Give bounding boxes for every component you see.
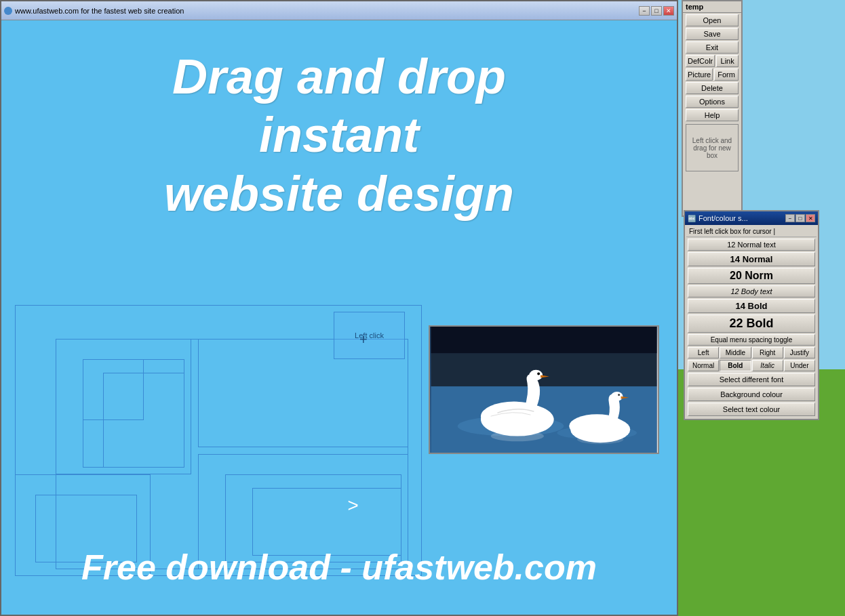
style-14-bold-button[interactable]: 14 Bold bbox=[688, 299, 815, 313]
style-14-normal-button[interactable]: 14 Normal bbox=[688, 252, 815, 266]
panel-hint: Left click and drag for new box bbox=[686, 124, 739, 171]
font-panel-minimize-button[interactable]: − bbox=[785, 214, 795, 222]
font-panel-close-button[interactable]: ✕ bbox=[806, 214, 815, 222]
align-middle-button[interactable]: Middle bbox=[720, 347, 751, 358]
blueprint-box-6[interactable] bbox=[103, 373, 184, 468]
browser-titlebar: www.ufastweb.com for the fastest web sit… bbox=[1, 1, 677, 20]
picture-form-row: Picture Form bbox=[686, 68, 739, 81]
font-icon: 🔤 bbox=[688, 215, 696, 222]
font-colour-panel: 🔤 Font/colour s... − □ ✕ First left clic… bbox=[684, 210, 819, 420]
heading-line3: website design bbox=[1, 165, 677, 223]
browser-icon bbox=[4, 7, 12, 15]
svg-rect-6 bbox=[431, 327, 657, 353]
delete-button[interactable]: Delete bbox=[686, 82, 739, 94]
heading-line2: instant bbox=[1, 106, 677, 164]
blueprint-box-10[interactable] bbox=[252, 488, 401, 556]
font-panel-title: 🔤 Font/colour s... bbox=[688, 214, 748, 222]
align-justify-button[interactable]: Justify bbox=[784, 347, 815, 358]
text-italic-button[interactable]: Italic bbox=[752, 360, 783, 371]
heading-line1: Drag and drop bbox=[1, 47, 677, 106]
align-right-button[interactable]: Right bbox=[752, 347, 783, 358]
text-underline-button[interactable]: Under bbox=[784, 360, 815, 371]
font-panel-titlebar: 🔤 Font/colour s... − □ ✕ bbox=[685, 211, 818, 225]
panel-title: temp bbox=[683, 1, 741, 13]
background-colour-button[interactable]: Background colour bbox=[688, 388, 815, 401]
help-button[interactable]: Help bbox=[686, 109, 739, 121]
browser-title-text: www.ufastweb.com for the fastest web sit… bbox=[15, 7, 184, 15]
browser-maximize-button[interactable]: □ bbox=[651, 6, 662, 16]
font-panel-window-controls: − □ ✕ bbox=[785, 214, 815, 222]
svg-point-15 bbox=[491, 431, 544, 442]
browser-title: www.ufastweb.com for the fastest web sit… bbox=[4, 7, 184, 15]
arrow-indicator: > bbox=[347, 495, 358, 516]
style-22-bold-button[interactable]: 22 Bold bbox=[688, 314, 815, 333]
defcolr-button[interactable]: DefColr bbox=[686, 55, 715, 67]
canvas-area: Drag and drop instant website design Lef… bbox=[1, 20, 677, 615]
text-normal-button[interactable]: Normal bbox=[688, 360, 719, 371]
left-click-indicator[interactable]: Left click bbox=[334, 312, 405, 359]
right-panel: temp Open Save Exit DefColr Link Picture… bbox=[682, 0, 743, 217]
font-panel-header: First left click box for cursor | bbox=[686, 226, 817, 237]
style-20-norm-button[interactable]: 20 Norm bbox=[688, 268, 815, 284]
picture-button[interactable]: Picture bbox=[686, 68, 713, 81]
browser-minimize-button[interactable]: − bbox=[639, 6, 650, 16]
main-heading: Drag and drop instant website design bbox=[1, 47, 677, 223]
save-button[interactable]: Save bbox=[686, 28, 739, 40]
svg-point-13 bbox=[611, 392, 623, 401]
select-font-button[interactable]: Select different font bbox=[688, 373, 815, 386]
swan-photo bbox=[429, 325, 659, 454]
align-left-button[interactable]: Left bbox=[688, 347, 719, 358]
browser-window-controls: − □ ✕ bbox=[639, 6, 674, 16]
svg-point-10 bbox=[537, 373, 540, 375]
font-panel-content: First left click box for cursor | 12 Nor… bbox=[685, 225, 818, 419]
options-button[interactable]: Options bbox=[686, 96, 739, 108]
font-panel-maximize-button[interactable]: □ bbox=[795, 214, 805, 222]
browser-window: www.ufastweb.com for the fastest web sit… bbox=[0, 0, 678, 616]
defcolr-link-row: DefColr Link bbox=[686, 55, 739, 67]
form-button[interactable]: Form bbox=[714, 68, 739, 81]
browser-close-button[interactable]: ✕ bbox=[663, 6, 674, 16]
plus-cursor-icon: + bbox=[359, 332, 368, 348]
svg-point-9 bbox=[529, 370, 543, 381]
select-text-colour-button[interactable]: Select text colour bbox=[688, 403, 815, 416]
text-style-buttons-row: Normal Bold Italic Under bbox=[688, 360, 815, 371]
text-bold-button[interactable]: Bold bbox=[720, 360, 751, 371]
link-button[interactable]: Link bbox=[716, 55, 739, 67]
align-buttons-row: Left Middle Right Justify bbox=[688, 347, 815, 358]
open-button[interactable]: Open bbox=[686, 14, 739, 26]
style-12-body-button[interactable]: 12 Body text bbox=[688, 285, 815, 297]
exit-button[interactable]: Exit bbox=[686, 41, 739, 54]
svg-point-14 bbox=[618, 394, 620, 396]
footer-text: Free download - ufastweb.com bbox=[1, 547, 677, 588]
style-12-normal-button[interactable]: 12 Normal text bbox=[688, 239, 815, 251]
svg-point-16 bbox=[577, 435, 624, 445]
equal-menu-spacing-button[interactable]: Equal menu spacing toggle bbox=[688, 334, 815, 346]
font-panel-title-label: Font/colour s... bbox=[699, 214, 748, 222]
